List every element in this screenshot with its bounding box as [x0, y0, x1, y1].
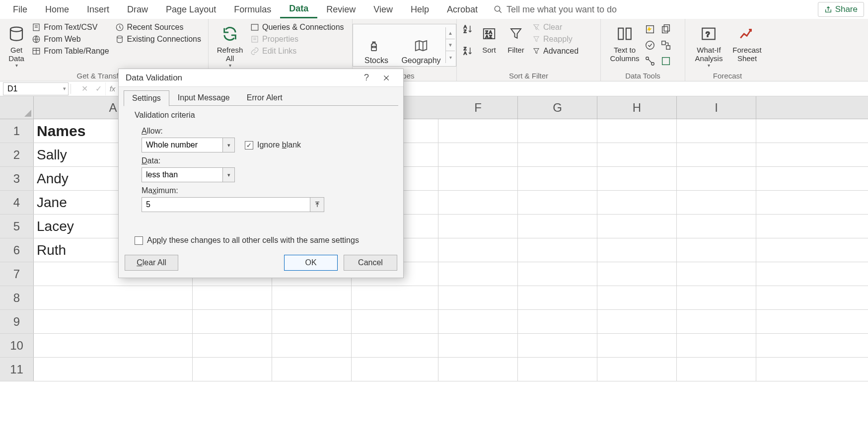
- clear-all-button[interactable]: Clear All: [125, 255, 178, 271]
- cell[interactable]: [193, 358, 272, 381]
- cell[interactable]: [438, 238, 518, 262]
- forecast-sheet-button[interactable]: Forecast Sheet: [728, 21, 766, 69]
- sort-desc-button[interactable]: ZA: [463, 46, 474, 59]
- cell[interactable]: [597, 167, 677, 190]
- menu-home[interactable]: Home: [36, 1, 78, 18]
- cell[interactable]: [597, 286, 677, 309]
- row-header[interactable]: 9: [0, 310, 34, 333]
- maximum-input[interactable]: 5: [142, 197, 324, 212]
- row-header[interactable]: 4: [0, 191, 34, 214]
- filter-button[interactable]: Filter: [503, 21, 529, 69]
- cell[interactable]: [352, 334, 438, 357]
- cell[interactable]: [352, 310, 438, 333]
- ok-button[interactable]: OK: [284, 255, 338, 271]
- cell[interactable]: [518, 143, 597, 166]
- cell[interactable]: [34, 334, 193, 357]
- cell[interactable]: [193, 310, 272, 333]
- cell[interactable]: [677, 334, 756, 357]
- row-header[interactable]: 8: [0, 286, 34, 309]
- cell[interactable]: [193, 334, 272, 357]
- cell[interactable]: [597, 310, 677, 333]
- menu-view[interactable]: View: [364, 1, 402, 18]
- cell[interactable]: [597, 358, 677, 381]
- menu-help[interactable]: Help: [402, 1, 438, 18]
- sort-asc-button[interactable]: AZ: [463, 24, 474, 37]
- refresh-all-button[interactable]: Refresh All ▾: [213, 21, 247, 69]
- menu-file[interactable]: File: [4, 1, 36, 18]
- tab-settings[interactable]: Settings: [124, 90, 169, 106]
- select-all-corner[interactable]: [0, 96, 34, 119]
- row-header[interactable]: 7: [0, 262, 34, 286]
- row-header[interactable]: 2: [0, 143, 34, 166]
- data-types-more[interactable]: ▾: [446, 51, 455, 63]
- menu-review[interactable]: Review: [317, 1, 364, 18]
- text-to-columns-button[interactable]: Text to Columns: [605, 21, 645, 69]
- name-box-dropdown-icon[interactable]: ▾: [63, 85, 66, 92]
- cell[interactable]: [438, 286, 518, 309]
- row-header[interactable]: 3: [0, 167, 34, 190]
- cell[interactable]: [518, 262, 597, 286]
- row-header[interactable]: 10: [0, 334, 34, 357]
- cell[interactable]: [677, 238, 756, 262]
- name-box[interactable]: D1 ▾: [3, 82, 69, 95]
- cell[interactable]: [438, 334, 518, 357]
- cell[interactable]: [597, 215, 677, 238]
- from-text-csv-button[interactable]: From Text/CSV: [32, 23, 109, 32]
- menu-page-layout[interactable]: Page Layout: [157, 1, 225, 18]
- cell[interactable]: [34, 358, 193, 381]
- cell[interactable]: [193, 286, 272, 309]
- cell[interactable]: [352, 286, 438, 309]
- cell[interactable]: [518, 119, 597, 143]
- cell[interactable]: [438, 143, 518, 166]
- cell[interactable]: [34, 310, 193, 333]
- cell[interactable]: [518, 310, 597, 333]
- cell[interactable]: [34, 286, 193, 309]
- menu-data[interactable]: Data: [280, 0, 317, 18]
- cell[interactable]: [438, 310, 518, 333]
- data-types-up[interactable]: ▲: [446, 27, 455, 39]
- existing-connections-button[interactable]: Existing Connections: [115, 35, 201, 44]
- cell[interactable]: [518, 167, 597, 190]
- cell[interactable]: [438, 167, 518, 190]
- cell[interactable]: [597, 334, 677, 357]
- cell[interactable]: [438, 215, 518, 238]
- cell[interactable]: [352, 358, 438, 381]
- menu-draw[interactable]: Draw: [118, 1, 157, 18]
- cell[interactable]: [518, 238, 597, 262]
- ignore-blank-checkbox[interactable]: ✓ Ignore blank: [245, 141, 301, 149]
- allow-select[interactable]: Whole number ▾: [142, 138, 235, 152]
- cell[interactable]: [518, 334, 597, 357]
- cell[interactable]: [518, 358, 597, 381]
- flash-fill-button[interactable]: [645, 24, 658, 38]
- insert-function-button[interactable]: fx: [105, 82, 119, 95]
- row-header[interactable]: 6: [0, 238, 34, 262]
- cell[interactable]: [518, 286, 597, 309]
- dialog-close-button[interactable]: [376, 69, 396, 87]
- cell[interactable]: [597, 262, 677, 286]
- cell[interactable]: [518, 215, 597, 238]
- cell[interactable]: [677, 215, 756, 238]
- cell[interactable]: [438, 262, 518, 286]
- cell[interactable]: [272, 310, 352, 333]
- geography-button[interactable]: Geography: [399, 25, 443, 65]
- relationships-button[interactable]: [645, 56, 658, 70]
- cell[interactable]: [597, 119, 677, 143]
- stocks-button[interactable]: Stocks: [354, 25, 399, 65]
- tab-input-message[interactable]: Input Message: [169, 90, 238, 106]
- data-select[interactable]: less than ▾: [142, 167, 235, 182]
- cell[interactable]: [677, 167, 756, 190]
- apply-all-checkbox[interactable]: Apply these changes to all other cells w…: [135, 236, 387, 245]
- cell[interactable]: [597, 238, 677, 262]
- cell[interactable]: [677, 143, 756, 166]
- menu-insert[interactable]: Insert: [78, 1, 118, 18]
- cell[interactable]: [518, 191, 597, 214]
- data-model-button[interactable]: [660, 56, 674, 70]
- range-selector-button[interactable]: [310, 198, 324, 212]
- dialog-help-button[interactable]: ?: [357, 69, 376, 87]
- remove-duplicates-button[interactable]: [660, 24, 674, 38]
- tell-me-search[interactable]: Tell me what you want to do: [494, 4, 617, 15]
- from-web-button[interactable]: From Web: [32, 35, 109, 44]
- cell[interactable]: [677, 191, 756, 214]
- cancel-button[interactable]: Cancel: [344, 255, 397, 271]
- row-header[interactable]: 1: [0, 119, 34, 143]
